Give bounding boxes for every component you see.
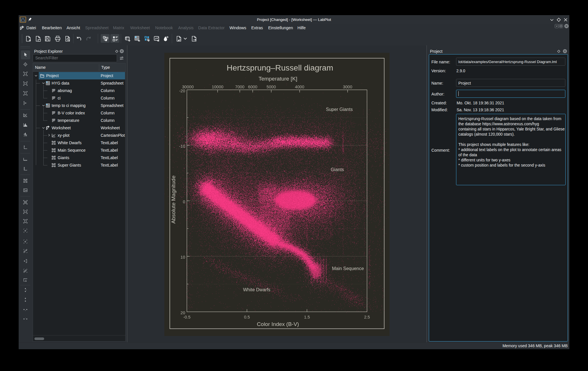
svg-text:2.5: 2.5 <box>364 315 370 319</box>
svg-text:0.5: 0.5 <box>244 315 250 319</box>
svg-text:3000: 3000 <box>343 85 352 89</box>
svg-text:6000: 6000 <box>248 85 257 89</box>
svg-text:Giants: Giants <box>331 167 344 172</box>
svg-text:0: 0 <box>183 200 185 204</box>
svg-text:10: 10 <box>180 255 185 259</box>
svg-text:Super Giants: Super Giants <box>326 107 353 112</box>
svg-text:4000: 4000 <box>295 85 304 89</box>
svg-text:White Dwarfs: White Dwarfs <box>243 287 270 292</box>
svg-text:-10: -10 <box>179 144 185 149</box>
svg-text:20: 20 <box>180 311 185 315</box>
svg-text:10000: 10000 <box>212 85 223 89</box>
svg-text:Main Sequence: Main Sequence <box>332 266 364 271</box>
svg-text:Hertzsprung–Russell diagram: Hertzsprung–Russell diagram <box>227 63 333 72</box>
svg-text:Color Index (B-V): Color Index (B-V) <box>257 321 299 327</box>
svg-text:Temperature [K]: Temperature [K] <box>258 76 297 82</box>
svg-text:Absolute Magnitude: Absolute Magnitude <box>170 175 176 224</box>
svg-text:-0.5: -0.5 <box>183 315 190 319</box>
svg-text:1.5: 1.5 <box>304 315 310 319</box>
svg-text:-20: -20 <box>179 89 185 93</box>
svg-text:5000: 5000 <box>266 85 276 89</box>
svg-text:7000: 7000 <box>235 85 244 89</box>
